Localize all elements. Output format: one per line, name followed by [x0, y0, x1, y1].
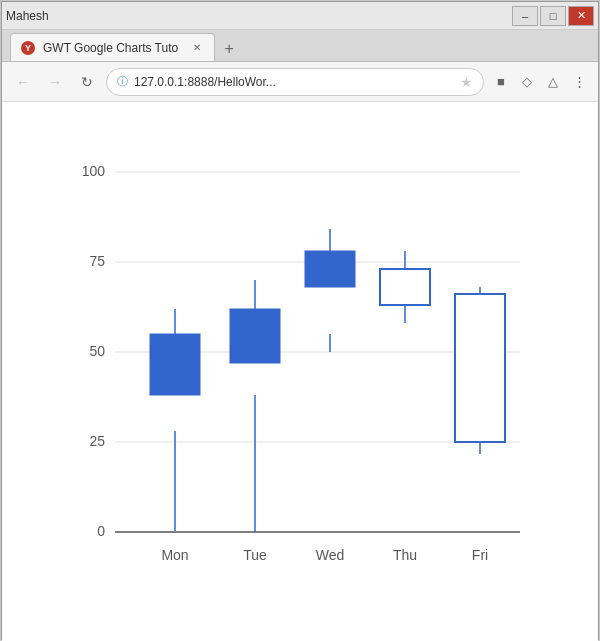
y-label-0: 0 [97, 523, 105, 539]
refresh-button[interactable]: ↻ [74, 69, 100, 95]
lock-icon: ⓘ [117, 74, 128, 89]
tab-bar: Y GWT Google Charts Tuto ✕ + [2, 30, 598, 62]
page-content: 100 75 50 25 0 [2, 102, 598, 641]
star-icon[interactable]: ★ [460, 74, 473, 90]
chart-container: 100 75 50 25 0 [60, 152, 540, 592]
x-label-mon: Mon [161, 547, 188, 563]
tab-close-button[interactable]: ✕ [190, 41, 204, 55]
user-name: Mahesh [6, 9, 49, 23]
candlestick-chart: 100 75 50 25 0 [60, 152, 540, 592]
back-button[interactable]: ← [10, 69, 36, 95]
nav-icons: ■ ◇ △ ⋮ [490, 71, 590, 93]
maximize-button[interactable]: □ [540, 6, 566, 26]
window-controls: – □ ✕ [512, 6, 594, 26]
x-label-wed: Wed [316, 547, 345, 563]
tab-favicon: Y [21, 41, 35, 55]
wed-candle-body [305, 251, 355, 287]
y-label-50: 50 [89, 343, 105, 359]
x-label-thu: Thu [393, 547, 417, 563]
close-button[interactable]: ✕ [568, 6, 594, 26]
nav-bar: ← → ↻ ⓘ 127.0.0.1:8888/HelloWor... ★ ■ ◇… [2, 62, 598, 102]
y-label-25: 25 [89, 433, 105, 449]
mon-candle-body [150, 334, 200, 395]
browser-window: Mahesh – □ ✕ Y GWT Google Charts Tuto ✕ … [1, 1, 599, 640]
new-tab-button[interactable]: + [215, 37, 243, 61]
minimize-button[interactable]: – [512, 6, 538, 26]
tab-label: GWT Google Charts Tuto [43, 41, 178, 55]
tue-candle-body [230, 309, 280, 363]
title-bar: Mahesh – □ ✕ [2, 2, 598, 30]
fri-candle-body [455, 294, 505, 442]
forward-button[interactable]: → [42, 69, 68, 95]
x-label-tue: Tue [243, 547, 267, 563]
title-bar-left: Mahesh [6, 9, 57, 23]
url-text: 127.0.0.1:8888/HelloWor... [134, 75, 454, 89]
menu-icon[interactable]: ⋮ [568, 71, 590, 93]
thu-candle-body [380, 269, 430, 305]
x-label-fri: Fri [472, 547, 488, 563]
address-bar[interactable]: ⓘ 127.0.0.1:8888/HelloWor... ★ [106, 68, 484, 96]
y-label-75: 75 [89, 253, 105, 269]
active-tab[interactable]: Y GWT Google Charts Tuto ✕ [10, 33, 215, 61]
y-label-100: 100 [82, 163, 106, 179]
extensions-icon[interactable]: ■ [490, 71, 512, 93]
download-icon[interactable]: △ [542, 71, 564, 93]
bookmark-icon[interactable]: ◇ [516, 71, 538, 93]
